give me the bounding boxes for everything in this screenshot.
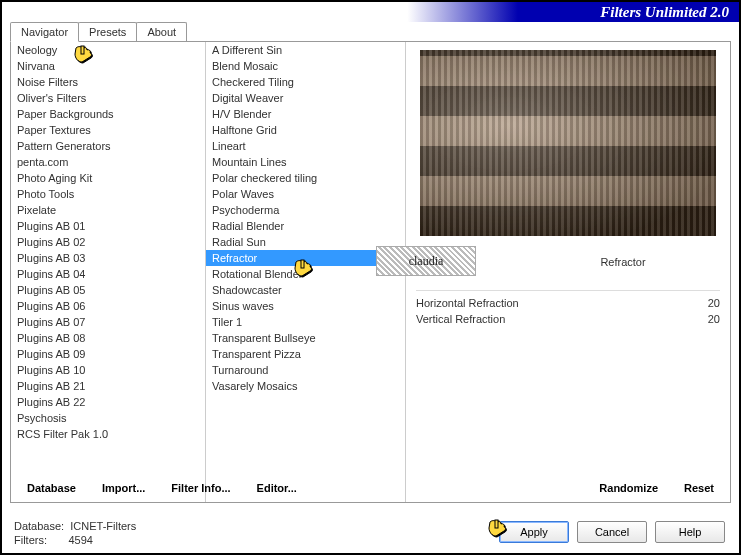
status-bar: Database: ICNET-Filters Filters: 4594: [14, 519, 136, 547]
filter-item[interactable]: A Different Sin: [206, 42, 405, 58]
filter-item[interactable]: Digital Weaver: [206, 90, 405, 106]
filters-unlimited-window: Filters Unlimited 2.0 Navigator Presets …: [1, 1, 740, 554]
left-button-row: Database Import... Filter Info... Editor…: [23, 480, 301, 496]
filter-name-label: Refractor: [526, 256, 720, 268]
filter-item[interactable]: Turnaround: [206, 362, 405, 378]
category-item[interactable]: Neology: [11, 42, 205, 58]
apply-button[interactable]: Apply: [499, 521, 569, 543]
preview-column: claudia Refractor Horizontal Refraction2…: [406, 42, 730, 502]
category-item[interactable]: Noise Filters: [11, 74, 205, 90]
param-value: 20: [708, 313, 720, 325]
status-db-label: Database:: [14, 520, 64, 532]
filter-item[interactable]: Transparent Pizza: [206, 346, 405, 362]
category-item[interactable]: Plugins AB 22: [11, 394, 205, 410]
category-item[interactable]: Psychosis: [11, 410, 205, 426]
svg-rect-2: [495, 520, 498, 528]
filter-item[interactable]: Polar checkered tiling: [206, 170, 405, 186]
database-button[interactable]: Database: [23, 480, 80, 496]
category-item[interactable]: Nirvana: [11, 58, 205, 74]
category-item[interactable]: Plugins AB 06: [11, 298, 205, 314]
filter-info-button[interactable]: Filter Info...: [167, 480, 234, 496]
filter-item[interactable]: Blend Mosaic: [206, 58, 405, 74]
watermark-stamp: claudia: [376, 246, 476, 276]
category-item[interactable]: Pixelate: [11, 202, 205, 218]
category-item[interactable]: Plugins AB 01: [11, 218, 205, 234]
navigator-panel: NeologyNirvanaNoise FiltersOliver's Filt…: [10, 41, 731, 503]
category-item[interactable]: Pattern Generators: [11, 138, 205, 154]
title-text: Filters Unlimited 2.0: [600, 4, 729, 21]
randomize-button[interactable]: Randomize: [595, 480, 662, 496]
filter-item[interactable]: Vasarely Mosaics: [206, 378, 405, 394]
category-item[interactable]: Plugins AB 21: [11, 378, 205, 394]
filter-item[interactable]: Shadowcaster: [206, 282, 405, 298]
editor-button[interactable]: Editor...: [253, 480, 301, 496]
status-filters-value: 4594: [68, 534, 92, 546]
status-db-value: ICNET-Filters: [70, 520, 136, 532]
filter-item[interactable]: Polar Waves: [206, 186, 405, 202]
param-label: Horizontal Refraction: [416, 297, 519, 309]
filter-item[interactable]: Psychoderma: [206, 202, 405, 218]
divider: [416, 290, 720, 291]
category-item[interactable]: Plugins AB 05: [11, 282, 205, 298]
category-item[interactable]: Plugins AB 03: [11, 250, 205, 266]
param-value: 20: [708, 297, 720, 309]
param-row[interactable]: Vertical Refraction20: [416, 311, 720, 327]
tab-bar: Navigator Presets About: [10, 22, 739, 41]
preview-image: [420, 50, 716, 236]
category-item[interactable]: Plugins AB 02: [11, 234, 205, 250]
category-list[interactable]: NeologyNirvanaNoise FiltersOliver's Filt…: [11, 42, 206, 502]
parameter-list: Horizontal Refraction20Vertical Refracti…: [416, 295, 720, 327]
category-item[interactable]: RCS Filter Pak 1.0: [11, 426, 205, 442]
tab-presets[interactable]: Presets: [78, 22, 137, 41]
filter-item[interactable]: Halftone Grid: [206, 122, 405, 138]
cancel-button[interactable]: Cancel: [577, 521, 647, 543]
category-item[interactable]: Plugins AB 09: [11, 346, 205, 362]
filter-item[interactable]: Tiler 1: [206, 314, 405, 330]
category-item[interactable]: Photo Tools: [11, 186, 205, 202]
reset-button[interactable]: Reset: [680, 480, 718, 496]
category-item[interactable]: Plugins AB 07: [11, 314, 205, 330]
param-row[interactable]: Horizontal Refraction20: [416, 295, 720, 311]
tab-navigator[interactable]: Navigator: [10, 22, 79, 42]
filter-item[interactable]: Transparent Bullseye: [206, 330, 405, 346]
category-item[interactable]: penta.com: [11, 154, 205, 170]
help-button[interactable]: Help: [655, 521, 725, 543]
filter-item[interactable]: Checkered Tiling: [206, 74, 405, 90]
category-item[interactable]: Plugins AB 10: [11, 362, 205, 378]
category-item[interactable]: Paper Textures: [11, 122, 205, 138]
status-filters-label: Filters:: [14, 534, 47, 546]
right-button-row: Randomize Reset: [595, 480, 718, 496]
category-item[interactable]: Plugins AB 04: [11, 266, 205, 282]
titlebar: Filters Unlimited 2.0: [2, 2, 739, 22]
category-item[interactable]: Oliver's Filters: [11, 90, 205, 106]
filter-item[interactable]: Radial Blender: [206, 218, 405, 234]
category-item[interactable]: Photo Aging Kit: [11, 170, 205, 186]
tab-about[interactable]: About: [136, 22, 187, 41]
category-item[interactable]: Plugins AB 08: [11, 330, 205, 346]
category-item[interactable]: Paper Backgrounds: [11, 106, 205, 122]
import-button[interactable]: Import...: [98, 480, 149, 496]
filter-item[interactable]: Mountain Lines: [206, 154, 405, 170]
filter-item[interactable]: H/V Blender: [206, 106, 405, 122]
main-button-row: Apply Cancel Help: [499, 521, 725, 543]
filter-item[interactable]: Sinus waves: [206, 298, 405, 314]
filter-item[interactable]: Lineart: [206, 138, 405, 154]
param-label: Vertical Refraction: [416, 313, 505, 325]
